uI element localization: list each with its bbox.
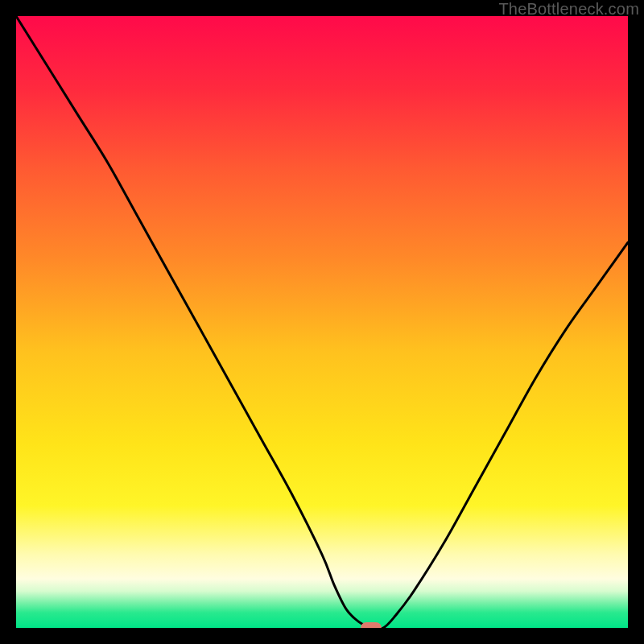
plot-area xyxy=(16,16,628,628)
optimal-point-marker xyxy=(361,622,382,628)
chart-stage: TheBottleneck.com xyxy=(0,0,644,644)
bottleneck-curve xyxy=(16,16,628,628)
